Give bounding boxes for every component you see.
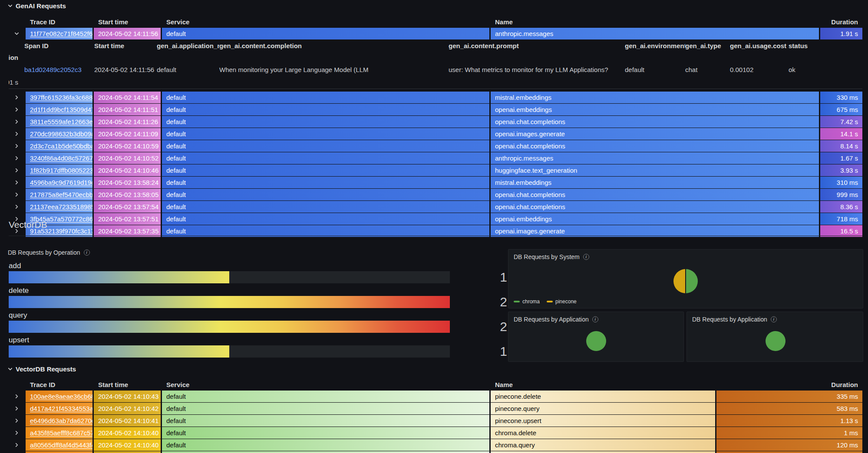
table-row: 217875a8ef5470ecbb82...2024-05-02 13:58:… (9, 189, 862, 200)
row-expander[interactable] (9, 140, 24, 152)
app-panel-title[interactable]: DB Requests by Application i (508, 312, 683, 323)
trace-id-cell: 1f82b917dffb080522369... (26, 164, 92, 176)
span-col-header[interactable]: gen_ai.environment (625, 40, 685, 52)
row-expander[interactable] (9, 439, 24, 451)
legend-item[interactable]: chroma (514, 299, 540, 305)
info-icon[interactable]: i (583, 254, 589, 260)
trace-id-link[interactable]: 3811e5559afe12663e355... (30, 118, 92, 125)
col-header-duration[interactable]: Duration (716, 379, 862, 390)
span-col-header[interactable]: Span ID (24, 40, 94, 52)
trace-id-link[interactable]: a435f85aefff8c687c575... (30, 429, 92, 437)
col-header-name[interactable]: Name (491, 16, 819, 27)
col-header-service[interactable]: Service (162, 16, 489, 27)
trace-id-link[interactable]: 217875a8ef5470ecbb82... (30, 191, 92, 198)
name-cell: openai.images.generate (491, 225, 819, 237)
chevron-down-icon (8, 367, 13, 371)
trace-id-link[interactable]: 100ae8e8aeae36cb68ba... (30, 393, 92, 400)
trace-id-link[interactable]: 3240f86a4d08c57267a3... (30, 154, 92, 162)
start-time-cell: 2024-05-02 14:11:51 (94, 104, 161, 115)
start-time-cell: 2024-05-02 13:58:05 (94, 189, 161, 200)
row-expander[interactable] (9, 451, 24, 453)
span-col-header[interactable]: gen_ai.content.prompt (449, 40, 625, 52)
info-icon[interactable]: i (771, 316, 777, 322)
col-header-trace-id[interactable]: Trace ID (26, 16, 92, 27)
span-col-header[interactable]: gen_ai.usage.cost (730, 40, 789, 52)
span-col-header[interactable]: gen_ai.application_name (157, 40, 219, 52)
name-cell: pinecone.upsert (491, 415, 715, 427)
trace-id-link[interactable]: a80565dff8af4d5443f48... (30, 441, 92, 449)
col-header-start-time[interactable]: Start time (94, 379, 161, 390)
trace-id-link[interactable]: d417a421f45334553aa03... (30, 405, 92, 412)
row-expander[interactable] (9, 427, 24, 439)
span-col-header[interactable]: Start time (94, 40, 157, 52)
col-header-trace-id[interactable]: Trace ID (26, 379, 92, 390)
system-panel-title[interactable]: DB Requests by System i (508, 249, 863, 260)
row-expander[interactable] (9, 152, 24, 164)
span-id-cell[interactable]: ba1d02489c2052c3 (24, 63, 94, 76)
table-row: d417a421f45334553aa03...2024-05-02 14:10… (9, 403, 862, 414)
trace-id-link[interactable]: 1f82b917dffb080522369... (30, 167, 92, 174)
row-expander[interactable] (9, 189, 24, 200)
duration-cell: 583 ms (716, 403, 862, 414)
app-panel-title[interactable]: DB Requests by Application i (687, 312, 863, 323)
name-cell: huggingface.text_generation (491, 164, 819, 176)
info-icon[interactable]: i (84, 249, 90, 256)
service-cell: default (162, 164, 489, 176)
chevron-right-icon (14, 107, 19, 112)
row-expander[interactable] (9, 28, 24, 39)
trace-id-link[interactable]: e6496d63ab7da6270c1e... (30, 417, 92, 424)
row-expander[interactable] (9, 92, 24, 103)
row-expander[interactable] (9, 164, 24, 176)
name-cell: openai.chat.completions (491, 201, 819, 213)
start-time-cell: 2024-05-02 14:10:59 (94, 140, 161, 152)
row-expander[interactable] (9, 128, 24, 140)
row-expander[interactable] (9, 391, 24, 402)
row-spacer (9, 63, 24, 75)
trace-id-link[interactable]: 270dc998632b3db09ac... (30, 130, 92, 138)
genai-requests-section-header[interactable]: GenAI Requests (8, 2, 66, 10)
row-expander[interactable] (9, 104, 24, 115)
bar-value: 1 (459, 269, 507, 285)
trace-id-cell: e6496d63ab7da6270c1e... (26, 415, 92, 427)
span-id-link[interactable]: ba1d02489c2052c3 (24, 66, 82, 73)
span-col-header[interactable]: Duration (9, 52, 24, 63)
row-expander[interactable] (9, 415, 24, 427)
service-cell: default (162, 116, 489, 128)
col-header-start-time[interactable]: Start time (94, 16, 161, 27)
col-header-service[interactable]: Service (162, 379, 489, 390)
trace-id-link[interactable]: 2d3c7ca1b5de50bdba4e... (30, 142, 92, 150)
row-expander[interactable] (9, 116, 24, 128)
vectordb-requests-section-header[interactable]: VectorDB Requests (8, 365, 76, 373)
row-expander[interactable] (9, 201, 24, 213)
trace-id-link[interactable]: 11f77e082c71f8452f6b6f... (30, 30, 92, 37)
bar-fill (9, 296, 450, 308)
duration-cell: 310 ms (820, 177, 862, 188)
table-row: 3fb45a57a570772c8649...2024-05-02 13:57:… (9, 213, 862, 225)
info-icon[interactable]: i (592, 316, 598, 322)
row-expander[interactable] (9, 177, 24, 188)
col-header-duration[interactable]: Duration (820, 16, 862, 27)
bar-value: 2 (459, 294, 507, 310)
name-cell: openai.images.generate (491, 128, 819, 140)
table-row: 1f82b917dffb080522369...2024-05-02 14:10… (9, 164, 862, 176)
chevron-right-icon (14, 95, 19, 100)
start-time-cell: 2024-05-02 14:11:56 (94, 63, 157, 76)
span-col-header[interactable]: gen_ai.content.completion (219, 40, 449, 52)
span-col-header[interactable]: status (789, 40, 862, 52)
duration-cell: 1.91 s (820, 28, 862, 39)
trace-id-link[interactable]: 21137eea7233518985d65... (30, 203, 92, 210)
name-cell: mistral.embeddings (491, 177, 819, 188)
duration-cell: 675 ms (820, 104, 862, 115)
start-time-cell: 2024-05-02 13:57:35 (94, 225, 161, 237)
trace-id-link[interactable]: 397ffc615236fa3c68850... (30, 94, 92, 101)
span-col-header[interactable]: gen_ai.type (685, 40, 730, 52)
legend-item[interactable]: pinecone (547, 299, 577, 305)
row-expander[interactable] (9, 403, 24, 414)
duration-cell: 120 ms (716, 439, 862, 451)
op-panel-title[interactable]: DB Requests by Operation i (8, 249, 90, 256)
col-header-name[interactable]: Name (491, 379, 715, 390)
service-cell: default (162, 201, 489, 213)
trace-id-link[interactable]: 4596ba9c9d7619d19c07... (30, 179, 92, 186)
trace-id-link[interactable]: 2d1f1dd9bcf13509d47ec... (30, 106, 92, 113)
name-cell: mistral.embeddings (491, 92, 819, 103)
